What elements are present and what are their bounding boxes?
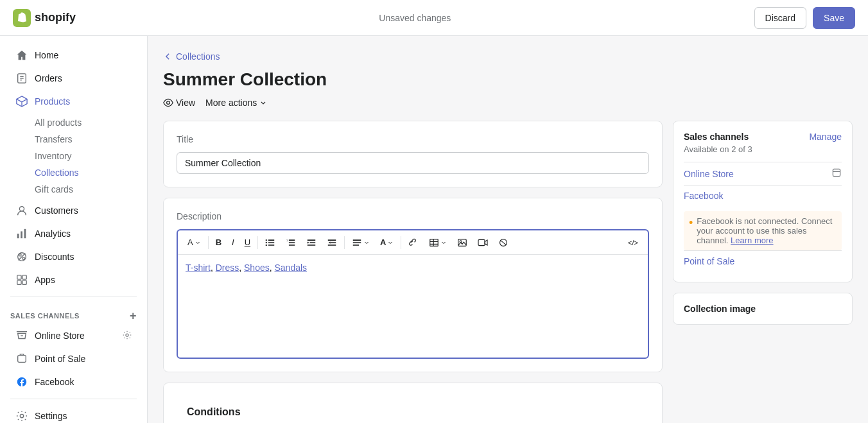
sidebar-channel-facebook[interactable]: Facebook	[5, 370, 142, 393]
view-button[interactable]: View	[163, 98, 195, 108]
sidebar-sub-inventory[interactable]: Inventory	[5, 148, 142, 164]
rte-block-btn[interactable]	[494, 235, 513, 250]
rte-outdent-btn[interactable]	[322, 235, 342, 250]
rte-source-btn[interactable]: </>	[623, 236, 643, 250]
topbar-left: shopify	[13, 9, 76, 27]
analytics-label: Analytics	[35, 229, 71, 239]
rte-link-btn[interactable]	[404, 235, 423, 250]
rte-link-shoes[interactable]: Shoes	[244, 263, 270, 273]
rte-image-btn[interactable]	[453, 235, 472, 250]
orders-icon	[15, 72, 28, 85]
rte-underline-btn[interactable]: U	[240, 234, 255, 250]
rte-format-btn[interactable]: A	[183, 234, 205, 250]
svg-rect-44	[478, 239, 485, 245]
online-store-left: Online Store	[15, 329, 85, 342]
rte-content[interactable]: T-shirt, Dress, Shoes, Sandals	[178, 255, 648, 358]
rte-ul-btn[interactable]	[261, 235, 280, 250]
apps-icon	[15, 273, 28, 286]
manage-link[interactable]: Manage	[809, 132, 842, 142]
rte-align-btn[interactable]	[347, 235, 374, 250]
orders-label: Orders	[35, 73, 62, 83]
sidebar-item-home[interactable]: Home	[5, 44, 142, 67]
sidebar-item-customers[interactable]: Customers	[5, 199, 142, 222]
pos-channel-name[interactable]: Point of Sale	[684, 256, 734, 266]
facebook-left: Facebook	[15, 376, 74, 388]
sidebar-sub-all-products[interactable]: All products	[5, 114, 142, 131]
layout: Home Orders Products All products Transf…	[0, 36, 868, 423]
customers-label: Customers	[35, 205, 78, 216]
svg-point-15	[126, 333, 128, 336]
rte-sep-4	[401, 236, 401, 249]
main-content: Collections Summer Collection View More …	[148, 36, 868, 423]
sidebar-channel-point-of-sale[interactable]: Point of Sale	[5, 347, 142, 370]
sales-channels-label: Sales Channels	[10, 312, 80, 320]
sidebar: Home Orders Products All products Transf…	[0, 36, 148, 423]
rte-video-btn[interactable]	[473, 235, 492, 250]
description-label: Description	[177, 211, 649, 221]
svg-rect-5	[17, 234, 19, 238]
facebook-channel-item: Facebook	[684, 185, 842, 206]
svg-rect-38	[430, 239, 438, 246]
svg-rect-12	[22, 275, 26, 279]
view-label: View	[176, 98, 195, 108]
page-actions: View More actions	[163, 98, 853, 108]
rte-sep-3	[344, 236, 345, 249]
sidebar-item-discounts[interactable]: Discounts	[5, 245, 142, 268]
products-label: Products	[35, 96, 70, 107]
rich-text-editor: A B I U 1.	[177, 229, 649, 359]
sales-channels-subtitle: Available on 2 of 3	[684, 144, 842, 154]
left-column: Title Description A B	[163, 121, 663, 423]
rte-bold-btn[interactable]: B	[211, 234, 226, 250]
more-actions-button[interactable]: More actions	[205, 98, 267, 108]
facebook-icon	[15, 376, 28, 388]
sidebar-sub-gift-cards[interactable]: Gift cards	[5, 181, 142, 198]
sidebar-sub-transfers[interactable]: Transfers	[5, 131, 142, 148]
svg-rect-6	[21, 231, 22, 238]
rte-link-tshirt[interactable]: T-shirt	[186, 263, 211, 273]
sidebar-item-settings[interactable]: Settings	[5, 404, 142, 423]
title-input[interactable]	[177, 152, 649, 174]
rte-table-btn[interactable]	[424, 235, 451, 250]
add-sales-channel-button[interactable]: +	[130, 310, 137, 322]
breadcrumb[interactable]: Collections	[163, 51, 853, 62]
discounts-label: Discounts	[35, 252, 74, 262]
svg-rect-7	[24, 229, 26, 238]
rte-link-sandals[interactable]: Sandals	[275, 263, 308, 273]
discounts-icon	[15, 250, 28, 263]
online-store-settings-icon	[123, 331, 132, 341]
facebook-warning: • Facebook is not connected. Connect you…	[684, 211, 842, 250]
sidebar-channel-online-store[interactable]: Online Store	[5, 324, 142, 347]
shopify-logo[interactable]: shopify	[13, 9, 76, 27]
facebook-channel-name[interactable]: Facebook	[684, 191, 723, 201]
svg-rect-14	[22, 281, 26, 284]
sidebar-item-products[interactable]: Products	[5, 90, 142, 113]
svg-point-24	[266, 244, 267, 245]
collection-image-card: Collection image	[673, 293, 853, 325]
sidebar-item-apps[interactable]: Apps	[5, 268, 142, 291]
analytics-icon	[15, 227, 28, 240]
home-label: Home	[35, 50, 58, 60]
rte-link-dress[interactable]: Dress	[216, 263, 239, 273]
conditions-title: Conditions	[177, 396, 649, 423]
svg-point-4	[19, 207, 24, 211]
sidebar-item-orders[interactable]: Orders	[5, 67, 142, 90]
rte-indent-btn[interactable]	[302, 235, 321, 250]
title-label: Title	[177, 134, 649, 144]
svg-point-22	[266, 239, 267, 240]
sales-channels-title: Sales channels	[684, 132, 749, 142]
content-grid: Title Description A B	[163, 121, 853, 423]
products-icon	[15, 95, 28, 108]
online-store-channel-name[interactable]: Online Store	[684, 169, 734, 179]
sidebar-sub-collections[interactable]: Collections	[5, 164, 142, 181]
facebook-warning-text: Facebook is not connected. Connect your …	[697, 216, 837, 245]
svg-point-23	[266, 241, 267, 243]
svg-line-46	[501, 240, 507, 245]
rte-ol-btn[interactable]: 1.	[281, 235, 300, 250]
discard-button[interactable]: Discard	[754, 7, 806, 29]
right-panel: Sales channels Manage Available on 2 of …	[673, 121, 853, 335]
rte-text-color-btn[interactable]: A	[376, 234, 398, 250]
save-button[interactable]: Save	[813, 7, 855, 29]
learn-more-link[interactable]: Learn more	[731, 236, 773, 245]
rte-italic-btn[interactable]: I	[227, 234, 239, 250]
sidebar-item-analytics[interactable]: Analytics	[5, 222, 142, 245]
